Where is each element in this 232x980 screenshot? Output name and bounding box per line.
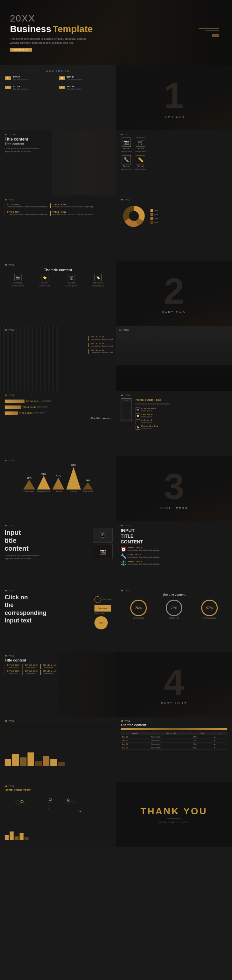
icon-camera: 📷 — [122, 138, 131, 147]
slide-part-three: 3 PART THREE — [116, 456, 232, 521]
slide-bridge: 02 TITLE — [116, 326, 232, 391]
contents-title: CONTENTS — [5, 69, 111, 72]
svg-rect-4 — [18, 800, 19, 801]
thankyou-sub: www.example.com — [159, 821, 189, 823]
slide-city-left: 01 TITLE Title content Title content Lor… — [0, 130, 116, 196]
icon-monitor: 🖥️ — [67, 274, 75, 281]
svg-rect-15 — [48, 802, 49, 803]
slide-worldmap: 04 TITLE HERE YOUR TEXT — [0, 782, 116, 847]
input-title-text: Lorem ipsum dolor sit amet consectetur a… — [5, 554, 45, 560]
option-one: 76% — [130, 600, 147, 616]
timeline-row-2: TITLE MINi Lorem ipsum dolor sit amet co… — [5, 211, 111, 216]
svg-rect-18 — [50, 807, 51, 807]
icon-row-2: 🔧 Title mini content here ✏️ Title mini … — [121, 155, 227, 171]
part-four-label: PART FOUR — [161, 702, 187, 705]
svg-rect-23 — [70, 801, 70, 802]
contents-grid: 01 TITLE Sub title text here 02 TITLE Su… — [5, 76, 111, 92]
pie-chart — [121, 203, 147, 231]
thankyou-text: THANK YOU — [141, 806, 208, 817]
row-4: 01 TITLE TITLE MINi Lorem ipsum dolor si… — [0, 196, 232, 261]
slide-triangles: 02 TITLE 36% First Images 52% Consider t… — [0, 456, 116, 521]
worldmap-title: HERE YOUR TEXT — [5, 789, 111, 792]
slide-aerial: 09 TITLE Title content TITLE MINILorem i… — [0, 652, 116, 717]
hero-year: 20XX — [10, 13, 222, 24]
slide-table-grid: 04 TITLE The title content Text 01Title … — [116, 717, 232, 782]
hero-tag[interactable]: Morning for PPT — [10, 48, 32, 52]
slide-icon-grid: 01 TITLE 📷 Title mini content here 🛒 Tit… — [116, 130, 232, 196]
tri-3: 47% I am item — [52, 475, 64, 492]
mini-images: 📱 📷 — [93, 528, 113, 559]
svg-rect-31 — [81, 810, 82, 811]
slide-click-input: 08 TITLE Click onthecorrespondinginput t… — [0, 586, 116, 652]
svg-rect-7 — [23, 803, 24, 804]
svg-rect-27 — [66, 802, 67, 803]
slide-part-two: 2 PART TWO — [116, 261, 232, 326]
icon-tool: 🔧 — [122, 155, 131, 164]
row-1: 20XX Business Template This power point … — [0, 0, 232, 65]
title-content-label: The title content — [5, 268, 111, 272]
content-item-3: 03 TITLE Sub title text here — [5, 85, 57, 92]
hero-title: Business Template — [10, 24, 222, 34]
svg-point-1 — [129, 211, 139, 221]
city-text: Lorem ipsum dolor sit amet consectetur a… — [5, 147, 48, 153]
icon-edit: ✏️ — [136, 155, 145, 164]
icon-order: 🏷️ — [136, 425, 140, 430]
icon-row-1: 📷 Title mini content here 🛒 Title mini c… — [121, 138, 227, 153]
svg-rect-28 — [68, 803, 69, 804]
svg-rect-17 — [48, 805, 49, 807]
mobile-mockup — [121, 398, 132, 422]
here-items: 📷 Fine PhotosLorem ipsum ⭐ I am itemLore… — [136, 407, 170, 430]
svg-rect-10 — [18, 804, 19, 805]
layer-3: TITLE MINi Lorem ipsum — [5, 412, 111, 415]
svg-rect-2 — [14, 800, 16, 802]
part-one-number: 1 — [164, 77, 184, 114]
slide-timeline: 01 TITLE TITLE MINi Lorem ipsum dolor si… — [0, 196, 116, 261]
table-grid-title: The title content — [121, 723, 227, 727]
row-10: 08 TITLE Click onthecorrespondinginput t… — [0, 586, 232, 652]
data-table: Text 01Title text 0113%▲ Text 02Title te… — [121, 732, 227, 750]
slide-barchart-aerial: 04 TITLE — [0, 717, 116, 782]
icon-item: ⭐ — [136, 414, 140, 418]
content-item-2: 02 TITLE Sub title text here — [59, 76, 111, 83]
city-image — [52, 130, 116, 196]
slide-part-one: 1 PART ONE — [116, 65, 232, 130]
svg-rect-3 — [16, 800, 17, 802]
svg-rect-12 — [48, 800, 49, 801]
tri-4: 85% d'Accord — [66, 464, 81, 492]
hero-subtitle: This power point template is suitable fo… — [10, 37, 93, 44]
gold-bar — [121, 728, 227, 730]
icon-accord: ✓ — [136, 419, 140, 424]
svg-rect-8 — [24, 804, 26, 805]
aerial-items: TITLE MINILorem ipsum TITLE MINILorem ip… — [5, 664, 111, 675]
row-9: 07 TITLE Inputtitlecontent Lorem ipsum d… — [0, 521, 232, 586]
part-two-number: 2 — [164, 273, 184, 309]
aerial-title: Title content — [5, 658, 111, 662]
part-three-number: 3 — [164, 468, 184, 505]
content-item-4: 04 TITLE Sub title text here — [59, 85, 111, 92]
click-mini-elements: ◦ I am Event 1 Title Images Order the Se… — [94, 597, 113, 629]
layer-2: TITLE MINi Lorem ipsum — [5, 406, 111, 409]
mini-bars — [5, 830, 111, 840]
slide-building: 02 TITLE TITLE MINi Lorem ipsum dolor si… — [0, 326, 116, 391]
tri-1: 36% First Images — [23, 477, 35, 492]
svg-rect-29 — [78, 810, 79, 811]
svg-rect-20 — [65, 799, 66, 800]
svg-rect-24 — [71, 800, 72, 802]
slide-hero: 20XX Business Template This power point … — [0, 0, 232, 65]
svg-rect-11 — [19, 804, 21, 805]
option-circles: 76% OPTION ONE 25% OPTION TWO 57% OPTION… — [121, 600, 227, 619]
part-two-label: PART TWO — [162, 310, 186, 314]
icon-tag: 🏷️ — [94, 274, 102, 281]
input-items: ⏰ YOUR TITLELorem ipsum dolor sit amet c… — [121, 546, 227, 566]
bar-chart — [5, 752, 111, 766]
svg-rect-35 — [80, 811, 80, 812]
svg-rect-9 — [16, 803, 17, 804]
icon-photo: 📷 — [136, 407, 140, 412]
row-11: 09 TITLE Title content TITLE MINILorem i… — [0, 652, 232, 717]
icon-star: ⭐ — [41, 274, 48, 281]
world-map — [5, 794, 111, 829]
tri-2: 52% Consider the Size — [37, 473, 50, 492]
svg-rect-16 — [50, 802, 51, 803]
tri-5: 28% Order the Set — [83, 479, 93, 492]
slide-part-four: 4 PART FOUR — [116, 652, 232, 717]
